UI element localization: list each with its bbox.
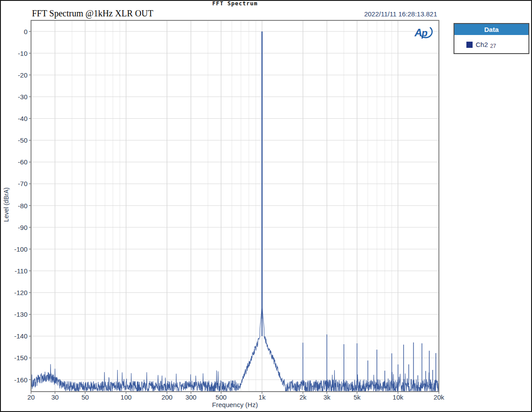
svg-text:p: p	[421, 27, 427, 39]
y-tick--40: -40	[5, 114, 27, 123]
x-tick-300: 300	[177, 393, 205, 401]
fft-report-window: FFT Spectrum FFT Spectrum @1kHz XLR OUT …	[0, 0, 532, 412]
y-axis-title: Level (dBrA)	[3, 187, 10, 222]
y-tick--30: -30	[5, 93, 27, 101]
y-tick-0: 0	[5, 27, 27, 36]
x-tick-5k: 5k	[343, 393, 371, 401]
x-tick-20k: 20k	[425, 393, 453, 401]
y-tick--70: -70	[5, 179, 27, 188]
legend-row-ch2[interactable]: Ch2 27	[454, 35, 528, 54]
x-axis-title: Frequency (Hz)	[0, 401, 470, 408]
y-tick--10: -10	[5, 49, 27, 58]
y-tick--20: -20	[5, 71, 27, 79]
x-tick-3k: 3k	[313, 393, 341, 401]
y-tick--140: -140	[5, 332, 27, 340]
x-tick-10k: 10k	[384, 393, 412, 401]
series-label: Ch2	[476, 41, 488, 48]
svg-text:A: A	[414, 27, 422, 39]
y-tick--120: -120	[5, 288, 27, 297]
y-tick--110: -110	[5, 267, 27, 275]
x-tick-100: 100	[112, 393, 140, 401]
y-tick--130: -130	[5, 310, 27, 319]
x-tick-30: 30	[41, 393, 69, 401]
series-color-swatch	[466, 42, 473, 48]
x-tick-500: 500	[207, 393, 235, 401]
y-tick--160: -160	[5, 376, 27, 384]
y-tick--90: -90	[5, 223, 27, 232]
legend-panel: Data Ch2 27	[454, 23, 529, 54]
y-tick--150: -150	[5, 354, 27, 362]
legend-header: Data	[454, 24, 528, 35]
x-tick-50: 50	[71, 393, 99, 401]
y-tick--100: -100	[5, 245, 27, 253]
series-index: 27	[490, 43, 496, 49]
fft-spectrum-plot	[0, 0, 532, 412]
audio-precision-logo-icon: A p	[414, 24, 434, 41]
y-tick--50: -50	[5, 136, 27, 144]
y-tick--60: -60	[5, 158, 27, 166]
x-tick-1k: 1k	[248, 393, 276, 401]
